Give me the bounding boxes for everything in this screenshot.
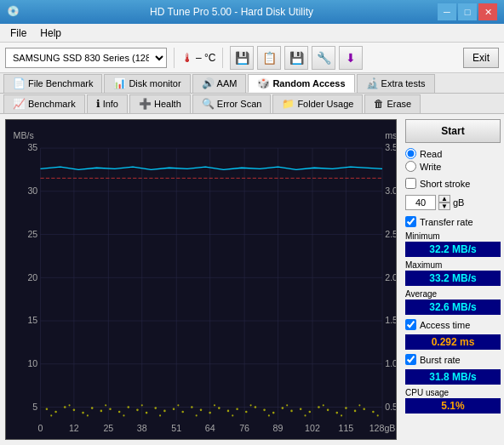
drive-select[interactable]: SAMSUNG SSD 830 Series (128 gB) <box>5 48 167 68</box>
temp-value: – °C <box>196 52 215 64</box>
svg-point-40 <box>82 412 84 414</box>
maximize-button[interactable]: □ <box>458 3 477 20</box>
tab-row1-2[interactable]: 🔊AAM <box>192 74 247 93</box>
svg-text:38: 38 <box>137 423 147 433</box>
svg-point-91 <box>377 414 379 416</box>
access-time-checkbox[interactable] <box>405 319 416 330</box>
tab-icon-2: 🔊 <box>202 77 215 89</box>
svg-point-48 <box>154 407 157 409</box>
toolbar-btn-1[interactable]: 💾 <box>230 46 254 70</box>
transfer-rate-label[interactable]: Transfer rate <box>405 216 501 227</box>
minimize-button[interactable]: ─ <box>438 3 456 20</box>
tab-label-3: Random Access <box>272 78 345 88</box>
svg-point-76 <box>105 404 106 406</box>
svg-point-37 <box>54 411 57 414</box>
minimum-label: Minimum <box>405 231 501 241</box>
svg-text:89: 89 <box>273 423 284 433</box>
title-bar: 💿 HD Tune Pro 5.00 - Hard Disk Utility ─… <box>0 0 504 24</box>
chart-container: 35 30 25 20 15 10 5 MB/s 3.50 3.00 2.50 … <box>5 119 397 440</box>
tab-icon-3: 🎲 <box>257 77 270 89</box>
start-button[interactable]: Start <box>405 119 501 143</box>
svg-point-41 <box>91 407 94 409</box>
svg-point-47 <box>146 412 148 414</box>
tab-label-0: File Benchmark <box>28 78 93 88</box>
svg-point-88 <box>323 404 324 406</box>
minimum-value: 32.2 MB/s <box>405 242 501 257</box>
window-controls: ─ □ ✕ <box>438 3 497 20</box>
burst-rate-checkbox-label[interactable]: Burst rate <box>405 354 501 365</box>
tab-label-4: Extra tests <box>381 78 426 88</box>
main-content: 35 30 25 20 15 10 5 MB/s 3.50 3.00 2.50 … <box>0 114 504 445</box>
toolbar-separator-1 <box>174 48 175 68</box>
short-stroke-label[interactable]: Short stroke <box>405 178 501 189</box>
svg-point-68 <box>335 412 338 414</box>
svg-point-84 <box>250 404 252 406</box>
svg-point-57 <box>236 408 238 410</box>
toolbar-btn-5[interactable]: ⬇ <box>339 46 363 70</box>
app-icon: 💿 <box>7 5 20 19</box>
read-label: Read <box>420 149 442 159</box>
spinner-up[interactable]: ▲ <box>438 195 450 203</box>
svg-text:10: 10 <box>27 358 37 368</box>
tab-icon-1: 📊 <box>113 77 126 89</box>
maximum-stat: Maximum 33.2 MB/s <box>405 260 501 286</box>
toolbar-btn-2[interactable]: 📋 <box>257 46 281 70</box>
svg-point-87 <box>304 414 306 416</box>
svg-point-75 <box>87 414 89 416</box>
access-time-value: 0.292 ms <box>405 334 501 350</box>
tab-row2-4[interactable]: 📁Folder Usage <box>272 94 363 113</box>
burst-rate-checkbox[interactable] <box>405 354 416 365</box>
tab-row2-1[interactable]: ℹInfo <box>87 94 128 113</box>
svg-text:0.50: 0.50 <box>385 402 396 412</box>
tab2-icon-3: 🔍 <box>202 98 215 110</box>
svg-point-77 <box>123 414 124 416</box>
tab-row1-3[interactable]: 🎲Random Access <box>248 74 354 93</box>
svg-point-90 <box>358 404 360 406</box>
svg-point-51 <box>181 411 184 414</box>
toolbar-separator-2 <box>222 48 223 68</box>
svg-text:76: 76 <box>239 423 249 433</box>
toolbar-btn-3[interactable]: 💾 <box>284 46 308 70</box>
transfer-rate-checkbox[interactable] <box>405 216 416 227</box>
tab-row2-5[interactable]: 🗑Erase <box>364 94 421 113</box>
exit-button[interactable]: Exit <box>463 48 499 68</box>
svg-text:35: 35 <box>27 142 37 152</box>
svg-text:2.50: 2.50 <box>385 229 396 239</box>
tab-row1-4[interactable]: 🔬Extra tests <box>357 74 435 93</box>
write-radio-label[interactable]: Write <box>405 161 501 172</box>
tab-row2-2[interactable]: ➕Health <box>129 94 191 113</box>
spinner-buttons: ▲ ▼ <box>438 195 450 210</box>
tab-row2-0[interactable]: 📈Benchmark <box>3 94 85 113</box>
tab-row1-0[interactable]: 📄File Benchmark <box>3 74 102 93</box>
svg-point-45 <box>128 406 130 408</box>
spinner-down[interactable]: ▼ <box>438 203 450 210</box>
tab-row2-3[interactable]: 🔍Error Scan <box>192 94 272 113</box>
svg-point-39 <box>73 408 76 411</box>
toolbar-btn-4[interactable]: 🔧 <box>312 46 335 70</box>
tab-icon-4: 🔬 <box>366 77 379 89</box>
svg-point-62 <box>282 407 284 409</box>
tab-row-1: 📄File Benchmark📊Disk monitor🔊AAM🎲Random … <box>0 73 504 94</box>
tab-row-2: 📈BenchmarkℹInfo➕Health🔍Error Scan📁Folder… <box>0 94 504 114</box>
tab-label-1: Disk monitor <box>129 78 180 88</box>
thermometer-icon: 🌡 <box>181 51 193 65</box>
gb-spinner-input[interactable] <box>405 195 436 210</box>
svg-text:3.50: 3.50 <box>385 142 396 152</box>
write-radio[interactable] <box>405 161 416 172</box>
svg-point-54 <box>209 412 211 414</box>
tab-row1-1[interactable]: 📊Disk monitor <box>104 74 190 93</box>
file-menu[interactable]: File <box>3 26 33 41</box>
svg-point-52 <box>191 406 193 408</box>
svg-text:102: 102 <box>305 423 320 433</box>
svg-text:1.50: 1.50 <box>385 315 396 325</box>
menu-bar: File Help <box>0 24 504 43</box>
read-radio-label[interactable]: Read <box>405 148 501 159</box>
access-time-checkbox-label[interactable]: Access time <box>405 319 501 330</box>
svg-point-50 <box>173 408 175 410</box>
svg-text:20: 20 <box>27 271 37 282</box>
svg-point-81 <box>196 414 198 416</box>
help-menu[interactable]: Help <box>33 26 68 41</box>
short-stroke-checkbox[interactable] <box>405 178 416 189</box>
read-radio[interactable] <box>405 148 416 159</box>
close-button[interactable]: ✕ <box>478 3 497 20</box>
